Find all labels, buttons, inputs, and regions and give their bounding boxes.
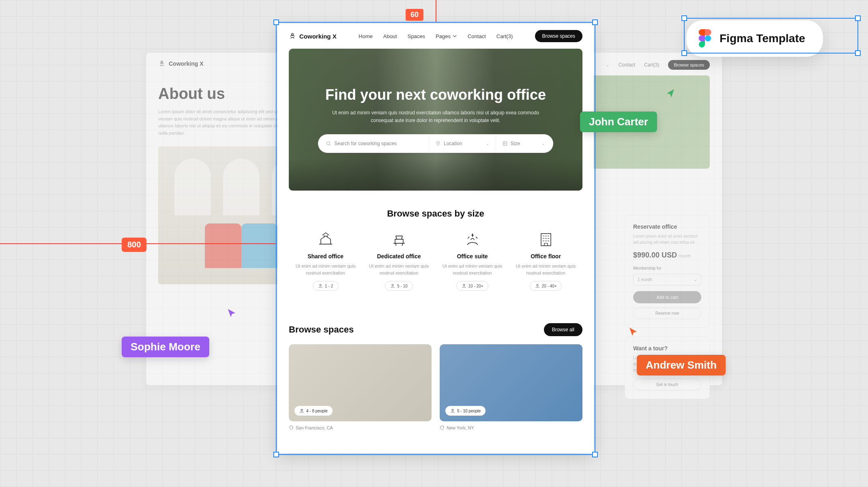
nav-cart[interactable]: Cart(3) [496,33,513,39]
size-card-floor[interactable]: Office floor Ut enim ad minim veniam qui… [513,231,578,291]
figma-template-chip[interactable]: Figma Template [686,20,823,57]
section-title-sizes: Browse spaces by size [277,208,594,219]
membership-select: 1 month⌄ [633,274,701,285]
svg-point-13 [705,35,711,41]
person-icon [318,283,323,288]
cursor-icon [629,327,638,338]
browse-button: Browse spaces [668,60,710,70]
size-desc: Ut enim ad minim veniam quis nostrud exe… [293,263,358,276]
svg-point-6 [392,284,393,286]
chevron-down-icon [452,34,457,39]
svg-point-1 [292,33,294,35]
svg-point-10 [537,284,538,286]
reserve-now-button: Reserve now [633,307,701,319]
price-period: /month [678,254,691,258]
sizes-grid: Shared office Ut enim ad minim veniam qu… [277,231,594,291]
svg-point-2 [327,142,330,145]
capacity-pill: 1 - 2 [313,281,338,291]
hero: Find your next coworking office Ut enim … [289,49,582,191]
price: $990.00 USD [633,251,677,259]
figma-logo-icon [698,29,711,48]
browse-all-button[interactable]: Browse all [544,323,582,336]
nav-contact[interactable]: Contact [468,33,486,39]
measurement-badge-top: 60 [406,9,423,21]
reserve-card: Reservate office Lorem ipsum dolor sit a… [625,215,710,328]
location-label: Location [444,141,462,146]
dedicated-office-icon [367,231,432,248]
person-icon [462,283,466,288]
svg-point-12 [452,409,453,411]
size-desc: Ut enim ad minim veniam quis nostrud exe… [440,263,505,276]
space-card[interactable]: 4 - 8 people [289,344,432,421]
chevron-down-icon: ⌄ [542,142,545,146]
capacity-pill: 5 - 10 people [445,406,486,416]
figma-chip-label: Figma Template [720,32,805,45]
search-input[interactable]: Search for coworking spaces [320,136,429,151]
svg-point-0 [161,61,163,63]
svg-point-11 [301,409,303,411]
logo-icon [158,60,165,67]
size-card-shared[interactable]: Shared office Ut enim ad minim veniam qu… [293,231,358,291]
hero-title: Find your next coworking office [325,86,546,103]
section-title-browse: Browse spaces [289,324,354,335]
location-select[interactable]: Location ⌄ [429,136,496,151]
space-card[interactable]: 5 - 10 people [440,344,582,421]
size-name: Shared office [293,253,358,260]
office-floor-icon [513,231,578,248]
capacity-pill: 4 - 8 people [294,406,333,416]
cursor-icon [665,88,675,100]
window-shape [223,159,260,215]
capacity-pill: 20 - 40+ [530,281,562,291]
main-nav: Coworking X Home About Spaces Pages Cont… [277,24,594,49]
measurement-line-top [436,0,436,22]
person-icon [450,408,455,413]
size-icon [503,141,507,146]
logo-text: Coworking X [169,60,204,67]
size-select[interactable]: Size ⌄ [496,136,552,151]
size-desc: Ut enim ad minim veniam quis nostrud exe… [367,263,432,276]
chevron-down-icon: ⌄ [486,142,489,146]
size-name: Office suite [440,253,505,260]
nav-link: Contact [619,62,635,68]
logo-icon [289,32,296,40]
space-location: New York, NY [440,425,582,430]
user-tag-sophie: Sophie Moore [122,337,209,357]
size-desc: Ut enim ad minim veniam quis nostrud exe… [513,263,578,276]
reserve-sub: Lorem ipsum dolor sit amet sectetur adi … [633,233,701,245]
measurement-badge-left: 800 [122,238,146,252]
nav-link: Cart(3) [644,62,659,68]
size-card-suite[interactable]: Office suite Ut enim ad minim veniam qui… [440,231,505,291]
user-tag-john: John Carter [580,112,657,132]
tour-title: Want a tour? [633,345,701,352]
logo: Coworking X [158,60,204,67]
office-suite-icon [440,231,505,248]
nav-links: Home About Spaces Pages Contact Cart(3) [359,33,513,39]
shared-office-icon [293,231,358,248]
person-icon [535,283,540,288]
nav-about[interactable]: About [383,33,397,39]
svg-point-5 [320,284,321,286]
capacity-pill: 5 - 10 [385,281,413,291]
reserve-title: Reservate office [633,223,701,230]
selected-frame-home[interactable]: Coworking X Home About Spaces Pages Cont… [277,24,594,453]
search-bar: Search for coworking spaces Location ⌄ S… [318,134,553,153]
size-card-dedicated[interactable]: Dedicated office Ut enim ad minim veniam… [367,231,432,291]
membership-label: Membership for [633,266,701,270]
pin-icon [289,425,294,430]
location-row: San Francisco, CA New York, NY [277,421,594,434]
add-to-cart-button: Add to cart [633,291,701,303]
svg-rect-9 [541,234,551,246]
user-tag-andrew: Andrew Smith [637,355,726,375]
nav-spaces[interactable]: Spaces [408,33,425,39]
cursor-icon [227,308,237,320]
search-icon [326,141,331,146]
brand[interactable]: Coworking X [289,32,337,40]
browse-spaces-button[interactable]: Browse spaces [535,30,582,42]
nav-home[interactable]: Home [359,33,373,39]
size-name: Office floor [513,253,578,260]
capacity-pill: 10 - 20+ [456,281,489,291]
svg-point-3 [438,142,439,144]
nav-pages-dropdown[interactable]: Pages [436,33,457,39]
hero-subtitle: Ut enim ad minim veniam quis nostrud exe… [326,109,545,124]
svg-point-8 [463,284,465,286]
